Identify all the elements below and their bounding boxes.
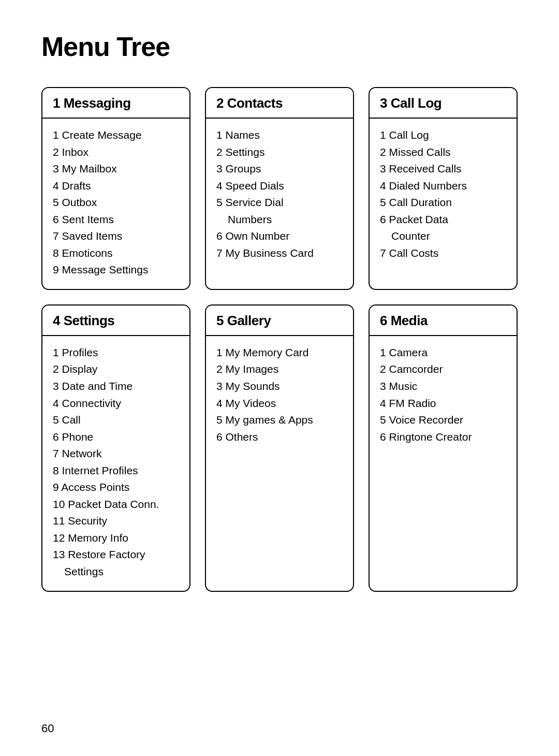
list-item: 7 My Business Card: [216, 245, 343, 262]
card-call-log: 3 Call Log1 Call Log2 Missed Calls3 Rece…: [369, 87, 518, 290]
list-item: 6 Others: [216, 429, 343, 446]
list-item: 5 Service Dial: [216, 194, 343, 211]
list-item: 9 Message Settings: [53, 261, 179, 279]
card-header-call-log: 3 Call Log: [370, 88, 517, 119]
card-header-gallery: 5 Gallery: [206, 306, 353, 336]
list-item: 2 Inbox: [53, 144, 179, 161]
list-item: 4 FM Radio: [380, 395, 506, 412]
list-item: 9 Access Points: [53, 479, 179, 496]
list-item: 2 Settings: [216, 144, 343, 161]
card-header-text-contacts: 2 Contacts: [216, 95, 343, 111]
card-list-messaging: 1 Create Message2 Inbox3 My Mailbox4 Dra…: [53, 127, 179, 279]
page-title: Menu Tree: [41, 31, 518, 62]
list-item: 8 Internet Profiles: [53, 462, 179, 479]
list-item: 5 Call: [53, 412, 179, 429]
card-body-settings: 1 Profiles2 Display3 Date and Time4 Conn…: [42, 336, 189, 591]
list-item: 4 Speed Dials: [216, 178, 343, 195]
list-item: 8 Emoticons: [53, 245, 179, 262]
menu-grid: 1 Messaging1 Create Message2 Inbox3 My M…: [41, 87, 518, 592]
card-body-call-log: 1 Call Log2 Missed Calls3 Received Calls…: [370, 119, 517, 272]
list-item: 7 Call Costs: [380, 245, 506, 262]
list-item: 4 Connectivity: [53, 395, 179, 412]
list-item: 6 Packet Data: [380, 211, 506, 228]
list-item: 4 My Videos: [216, 395, 343, 412]
list-item: 6 Ringtone Creator: [380, 429, 506, 446]
card-contacts: 2 Contacts1 Names2 Settings3 Groups4 Spe…: [205, 87, 354, 290]
card-list-media: 1 Camera2 Camcorder3 Music4 FM Radio5 Vo…: [380, 344, 506, 445]
list-item: 6 Own Number: [216, 228, 343, 245]
list-item: 4 Drafts: [53, 178, 179, 195]
list-item: 3 Music: [380, 378, 506, 395]
card-list-gallery: 1 My Memory Card2 My Images3 My Sounds4 …: [216, 344, 343, 445]
list-item: 12 Memory Info: [53, 530, 179, 547]
card-list-call-log: 1 Call Log2 Missed Calls3 Received Calls…: [380, 127, 506, 261]
list-item: 2 My Images: [216, 361, 343, 378]
list-item: 5 Outbox: [53, 194, 179, 211]
card-messaging: 1 Messaging1 Create Message2 Inbox3 My M…: [41, 87, 190, 290]
list-item: 5 My games & Apps: [216, 412, 343, 429]
list-item: 2 Display: [53, 361, 179, 378]
list-item: 1 Profiles: [53, 344, 179, 361]
list-item: 3 Received Calls: [380, 161, 506, 178]
list-item: 4 Dialed Numbers: [380, 178, 506, 195]
card-body-messaging: 1 Create Message2 Inbox3 My Mailbox4 Dra…: [42, 119, 189, 289]
card-header-text-gallery: 5 Gallery: [216, 313, 343, 329]
list-item: 10 Packet Data Conn.: [53, 496, 179, 513]
page-number: 60: [41, 722, 54, 735]
list-item: 6 Sent Items: [53, 211, 179, 228]
card-settings: 4 Settings1 Profiles2 Display3 Date and …: [41, 304, 190, 592]
card-list-settings: 1 Profiles2 Display3 Date and Time4 Conn…: [53, 344, 179, 580]
card-header-text-messaging: 1 Messaging: [53, 95, 179, 111]
list-item: 3 My Mailbox: [53, 161, 179, 178]
list-item: 2 Camcorder: [380, 361, 506, 378]
list-item: 1 Create Message: [53, 127, 179, 144]
card-gallery: 5 Gallery1 My Memory Card2 My Images3 My…: [205, 304, 354, 592]
list-item: 13 Restore Factory: [53, 546, 179, 563]
card-header-settings: 4 Settings: [42, 306, 189, 336]
list-item: 5 Voice Recorder: [380, 412, 506, 429]
list-item: 1 Names: [216, 127, 343, 144]
list-item: Numbers: [216, 211, 343, 228]
list-item: 6 Phone: [53, 429, 179, 446]
list-item: 1 My Memory Card: [216, 344, 343, 361]
list-item: 5 Call Duration: [380, 194, 506, 211]
card-header-contacts: 2 Contacts: [206, 88, 353, 119]
list-item: 7 Saved Items: [53, 228, 179, 245]
list-item: 3 Date and Time: [53, 378, 179, 395]
list-item: Counter: [380, 228, 506, 245]
list-item: 2 Missed Calls: [380, 144, 506, 161]
list-item: 11 Security: [53, 513, 179, 530]
card-header-text-media: 6 Media: [380, 313, 506, 329]
list-item: 3 My Sounds: [216, 378, 343, 395]
list-item: 7 Network: [53, 445, 179, 462]
list-item: 1 Call Log: [380, 127, 506, 144]
card-list-contacts: 1 Names2 Settings3 Groups4 Speed Dials5 …: [216, 127, 343, 261]
list-item: 3 Groups: [216, 161, 343, 178]
card-body-media: 1 Camera2 Camcorder3 Music4 FM Radio5 Vo…: [370, 336, 517, 456]
card-header-text-settings: 4 Settings: [53, 313, 179, 329]
card-header-text-call-log: 3 Call Log: [380, 95, 506, 111]
card-header-messaging: 1 Messaging: [42, 88, 189, 119]
list-item: Settings: [53, 563, 179, 580]
card-media: 6 Media1 Camera2 Camcorder3 Music4 FM Ra…: [369, 304, 518, 592]
card-body-contacts: 1 Names2 Settings3 Groups4 Speed Dials5 …: [206, 119, 353, 272]
card-header-media: 6 Media: [370, 306, 517, 336]
card-body-gallery: 1 My Memory Card2 My Images3 My Sounds4 …: [206, 336, 353, 456]
list-item: 1 Camera: [380, 344, 506, 361]
